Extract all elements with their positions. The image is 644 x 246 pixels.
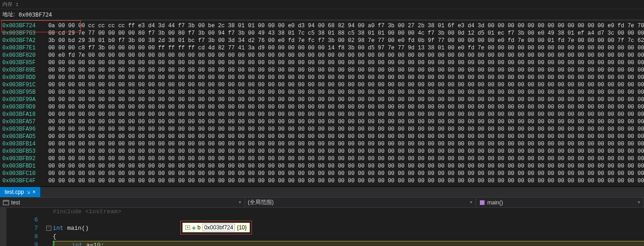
gutter-6: 6 (6, 216, 38, 224)
chevron-down-icon: ▼ (637, 200, 641, 204)
modified-marker (53, 241, 55, 246)
memory-content[interactable]: 0x003BF724 0a 00 00 00 cc cc cc cc ff e3… (0, 20, 644, 186)
memory-row[interactable]: 0x003BF763 00 cd 29 7e 77 00 00 00 00 80… (0, 30, 644, 37)
gutter-5 (6, 208, 38, 216)
code-line-9: int a=10; (53, 241, 644, 246)
tooltip-address: 0x003bf724 (202, 224, 235, 231)
gutter-8: 8 (6, 233, 38, 241)
memory-row[interactable]: 0x003BFA18 00 00 00 00 00 00 00 00 00 00… (0, 111, 644, 118)
memory-row[interactable]: 0x003BFC4F 00 00 00 00 00 00 00 00 00 00… (0, 177, 644, 185)
close-icon[interactable]: × (32, 189, 36, 195)
project-label: test (11, 199, 20, 206)
scope-label: (全局范围) (248, 198, 274, 206)
chevron-down-icon: ▼ (469, 200, 473, 204)
memory-row[interactable]: 0x003BF820 00 e0 fd 7e 00 00 00 00 00 00… (0, 52, 644, 59)
project-combo[interactable]: test ▼ (0, 198, 245, 207)
svg-rect-2 (480, 200, 485, 205)
function-combo[interactable]: main() ▼ (476, 198, 644, 207)
expand-icon[interactable]: + (185, 225, 190, 230)
memory-row[interactable]: 0x003BF89E 00 00 00 00 00 00 00 00 00 00… (0, 66, 644, 74)
scope-combo[interactable]: (全局范围) ▼ (245, 198, 476, 207)
memory-row[interactable]: 0x003BF91C 00 00 00 00 00 00 00 00 00 00… (0, 81, 644, 89)
function-label: main() (487, 199, 503, 206)
project-icon (3, 199, 9, 206)
address-input[interactable] (18, 12, 157, 18)
memory-row[interactable]: 0x003BF95B 00 00 00 00 00 00 00 00 00 00… (0, 89, 644, 96)
memory-row[interactable]: 0x003BF7E1 00 00 00 c8 f7 3b 00 00 00 00… (0, 44, 644, 52)
memory-row[interactable]: 0x003BF724 0a 00 00 00 cc cc cc cc ff e3… (0, 22, 644, 30)
scope-bar: test ▼ (全局范围) ▼ main() ▼ (0, 197, 644, 208)
gutter-7: 7 (6, 224, 38, 233)
tooltip-varname: b (197, 224, 201, 231)
function-icon (479, 199, 485, 206)
debug-tooltip[interactable]: + ◈ b 0x003bf724 {10} (182, 222, 250, 233)
code-line-6 (53, 216, 644, 224)
tooltip-highlight: + ◈ b 0x003bf724 {10} (180, 221, 252, 234)
fold-column: − (46, 208, 53, 246)
panel-title: 内存 1 (0, 0, 644, 9)
memory-row[interactable]: 0x003BFB92 00 00 00 00 00 00 00 00 00 00… (0, 155, 644, 162)
chevron-down-icon: ▼ (238, 200, 242, 204)
code-line-7: int main() (53, 224, 644, 233)
variable-icon: ◈ (192, 225, 196, 231)
editor-tab-bar: test.cpp ⇲ × (0, 186, 644, 197)
memory-row[interactable]: 0x003BF85F 00 00 00 00 00 00 00 00 00 00… (0, 59, 644, 66)
address-label: 地址: (2, 11, 15, 18)
code-line-5: #include <iostream> (53, 208, 644, 216)
tooltip-value: {10} (237, 224, 246, 231)
tab-test-cpp[interactable]: test.cpp ⇲ × (0, 187, 40, 197)
code-editor[interactable]: 6 7 8 9 − #include <iostream> int main()… (0, 208, 644, 246)
code-line-8: { (53, 233, 644, 241)
svg-rect-1 (3, 200, 9, 202)
memory-panel: 内存 1 地址: 0x003BF724 0a 00 00 00 cc cc cc… (0, 0, 644, 186)
memory-row[interactable]: 0x003BFC10 00 00 00 00 00 00 00 00 00 00… (0, 170, 644, 177)
memory-row[interactable]: 0x003BFA57 00 00 00 00 00 00 00 00 00 00… (0, 118, 644, 126)
memory-row[interactable]: 0x003BFA96 00 00 00 00 00 00 00 00 00 00… (0, 126, 644, 133)
tab-label: test.cpp (5, 189, 24, 195)
address-bar: 地址: (0, 9, 644, 20)
memory-row[interactable]: 0x003BF9D9 00 00 00 00 00 00 00 00 00 00… (0, 103, 644, 111)
memory-row[interactable]: 0x003BF8DD 00 00 00 00 00 00 00 00 00 00… (0, 74, 644, 81)
outline-margin (0, 208, 6, 246)
memory-row[interactable]: 0x003BF7A2 3b 00 bd 29 38 01 b0 f7 3b 00… (0, 37, 644, 44)
code-lines[interactable]: #include <iostream> int main() { int a=1… (53, 208, 644, 246)
memory-row[interactable]: 0x003BFAD5 00 00 00 00 00 00 00 00 00 00… (0, 133, 644, 140)
line-gutter: 6 7 8 9 (6, 208, 46, 246)
memory-row[interactable]: 0x003BFB14 00 00 00 00 00 00 00 00 00 00… (0, 140, 644, 148)
memory-row[interactable]: 0x003BF99A 00 00 00 00 00 00 00 00 00 00… (0, 96, 644, 103)
gutter-9: 9 (6, 241, 38, 246)
pin-icon[interactable]: ⇲ (26, 190, 30, 195)
fold-toggle[interactable]: − (46, 226, 51, 231)
memory-row[interactable]: 0x003BFB53 00 00 00 00 00 00 00 00 00 00… (0, 148, 644, 155)
memory-row[interactable]: 0x003BFBD1 00 00 00 00 00 00 00 00 00 00… (0, 162, 644, 170)
